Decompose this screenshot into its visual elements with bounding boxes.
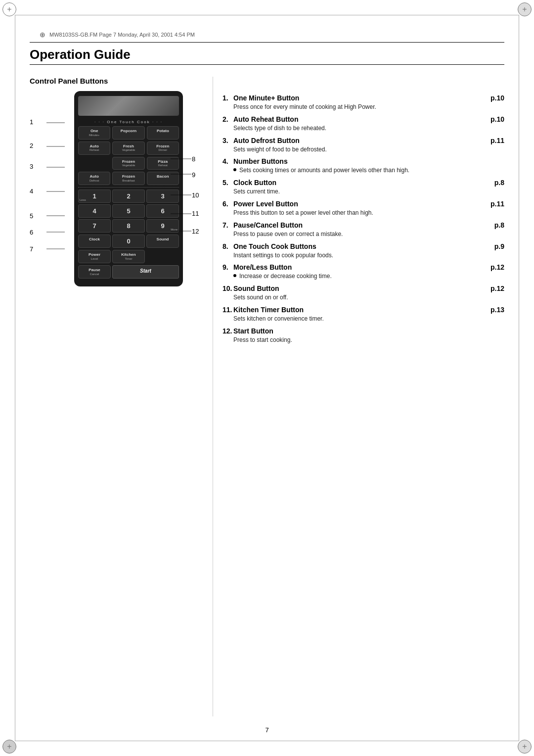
item-page: p.11 bbox=[490, 200, 504, 208]
item-header: One Minute+ Button p.10 bbox=[233, 94, 504, 102]
popcorn-button[interactable]: Popcorn bbox=[112, 126, 144, 140]
item-content: Kitchen Timer Button p.13 Sets kitchen o… bbox=[233, 306, 504, 323]
button-row-2b: Frozen Vegetable Pizza Reheat bbox=[78, 157, 179, 170]
item-page: p.10 bbox=[490, 115, 504, 123]
main-content: Control Panel Buttons 1 2 3 4 5 6 7 bbox=[30, 77, 504, 716]
title-rule bbox=[30, 64, 504, 65]
item-page: p.8 bbox=[494, 179, 504, 187]
page-title: Operation Guide bbox=[30, 47, 504, 62]
num-8-button[interactable]: 8 bbox=[112, 219, 145, 233]
list-item: 4. Number Buttons Sets cooking times or … bbox=[222, 157, 504, 175]
item-page: p.9 bbox=[494, 242, 504, 250]
item-number: 8. bbox=[222, 242, 233, 250]
item-title: Clock Button bbox=[233, 179, 276, 187]
item-header: More/Less Button p.12 bbox=[233, 263, 504, 271]
one-minute-plus-button[interactable]: One Minute+ bbox=[78, 126, 110, 140]
num-0-button[interactable]: 0 bbox=[112, 235, 145, 248]
page-number: 7 bbox=[265, 726, 268, 734]
item-number: 5. bbox=[222, 179, 233, 187]
item-header: Start Button bbox=[233, 327, 504, 335]
action-row: Power Level Kitchen Timer bbox=[78, 250, 179, 263]
callout-5: 5 bbox=[30, 212, 33, 220]
callout-2: 2 bbox=[30, 142, 33, 149]
num-2-button[interactable]: 2 bbox=[112, 189, 145, 203]
list-item: 5. Clock Button p.8 Sets current time. bbox=[222, 179, 504, 196]
auto-reheat-button[interactable]: Auto Reheat bbox=[78, 142, 110, 155]
button-row-1: One Minute+ Popcorn Potato bbox=[78, 126, 179, 140]
list-item: 10. Sound Button p.12 Sets sound on or o… bbox=[222, 284, 504, 302]
item-number: 3. bbox=[222, 137, 233, 144]
file-info-bar: ⊕ MW8103SS-GB.FM Page 7 Monday, April 30… bbox=[40, 31, 195, 39]
callout-6: 6 bbox=[30, 229, 33, 236]
number-pad: 1Less 2 3 4 5 6 7 8 9More bbox=[78, 189, 179, 233]
item-description: Sets kitchen or convenience timer. bbox=[233, 315, 324, 323]
num-5-button[interactable]: 5 bbox=[112, 204, 145, 218]
left-column: Control Panel Buttons 1 2 3 4 5 6 7 bbox=[30, 77, 208, 716]
callout-3: 3 bbox=[30, 163, 33, 170]
frozen-breakfast-button[interactable]: Frozen Breakfast bbox=[112, 172, 144, 185]
item-description: Sets current time. bbox=[233, 188, 280, 196]
callout-9: 9 bbox=[192, 171, 195, 179]
item-header: Auto Defrost Button p.11 bbox=[233, 137, 504, 144]
callout-lines-right bbox=[171, 91, 200, 274]
pause-cancel-button[interactable]: Pause Cancel bbox=[78, 265, 111, 279]
microwave-panel: · · · One Touch Cook · · · One Minute+ P… bbox=[74, 91, 183, 286]
fresh-vegetable-button[interactable]: Fresh Vegetable bbox=[112, 142, 144, 155]
clock-button[interactable]: Clock bbox=[78, 235, 111, 248]
auto-defrost-button[interactable]: Auto Defrost bbox=[78, 172, 110, 185]
reg-mark-tr bbox=[518, 2, 532, 16]
start-button[interactable]: Start bbox=[112, 265, 179, 279]
num-1-button[interactable]: 1Less bbox=[78, 189, 111, 203]
dotted-separator bbox=[78, 187, 179, 188]
item-content: Number Buttons Sets cooking times or amo… bbox=[233, 157, 504, 175]
list-item: 3. Auto Defrost Button p.11 Sets weight … bbox=[222, 137, 504, 154]
item-number: 6. bbox=[222, 200, 233, 208]
num-4-button[interactable]: 4 bbox=[78, 204, 111, 218]
button-row-3: Auto Defrost Frozen Breakfast Bacon bbox=[78, 172, 179, 185]
item-number: 11. bbox=[222, 306, 233, 314]
item-description: Press to pause oven or correct a mistake… bbox=[233, 230, 343, 238]
last-row: Pause Cancel Start bbox=[78, 265, 179, 279]
item-content: One Minute+ Button p.10 Press once for e… bbox=[233, 94, 504, 111]
item-title: One Touch Cook Buttons bbox=[233, 242, 316, 250]
item-title: Start Button bbox=[233, 327, 273, 335]
item-header: Pause/Cancel Button p.8 bbox=[233, 221, 504, 229]
list-item: 11. Kitchen Timer Button p.13 Sets kitch… bbox=[222, 306, 504, 323]
item-header: Sound Button p.12 bbox=[233, 284, 504, 292]
item-number: 4. bbox=[222, 157, 233, 165]
callout-lines-left bbox=[38, 91, 65, 264]
callout-10: 10 bbox=[192, 191, 199, 199]
frozen-vegetable-button[interactable]: Frozen Vegetable bbox=[112, 157, 144, 170]
callout-1: 1 bbox=[30, 118, 33, 126]
item-description: Sets cooking times or amounts and power … bbox=[239, 166, 409, 175]
power-level-button[interactable]: Power Level bbox=[78, 250, 111, 263]
item-header: Number Buttons bbox=[233, 157, 504, 165]
callout-12: 12 bbox=[192, 228, 199, 235]
item-number: 7. bbox=[222, 221, 233, 229]
items-list: 1. One Minute+ Button p.10 Press once fo… bbox=[222, 94, 504, 344]
otc-label: · · · One Touch Cook · · · bbox=[78, 120, 179, 124]
right-column: 1. One Minute+ Button p.10 Press once fo… bbox=[208, 77, 504, 716]
item-page: p.11 bbox=[490, 137, 504, 144]
item-title: One Minute+ Button bbox=[233, 94, 299, 102]
section-title: Control Panel Buttons bbox=[30, 77, 208, 85]
item-title: Power Level Button bbox=[233, 200, 298, 208]
item-number: 1. bbox=[222, 94, 233, 102]
item-page: p.8 bbox=[494, 221, 504, 229]
kitchen-timer-button[interactable]: Kitchen Timer bbox=[112, 250, 145, 263]
item-content: One Touch Cook Buttons p.9 Instant setti… bbox=[233, 242, 504, 260]
top-rule bbox=[30, 42, 504, 43]
display-screen bbox=[78, 96, 179, 116]
item-title: Number Buttons bbox=[233, 157, 288, 165]
callout-7: 7 bbox=[30, 245, 33, 253]
item-header: One Touch Cook Buttons p.9 bbox=[233, 242, 504, 250]
item-page: p.10 bbox=[490, 94, 504, 102]
num-7-button[interactable]: 7 bbox=[78, 219, 111, 233]
item-description: Press once for every minute of cooking a… bbox=[233, 103, 376, 111]
callout-11: 11 bbox=[192, 210, 199, 217]
item-description: Press this button to set a power level o… bbox=[233, 209, 373, 217]
item-description: Sets weight of food to be defrosted. bbox=[233, 145, 327, 154]
item-number: 9. bbox=[222, 263, 233, 271]
crosshair-icon: ⊕ bbox=[40, 31, 45, 39]
item-title: Kitchen Timer Button bbox=[233, 306, 304, 314]
